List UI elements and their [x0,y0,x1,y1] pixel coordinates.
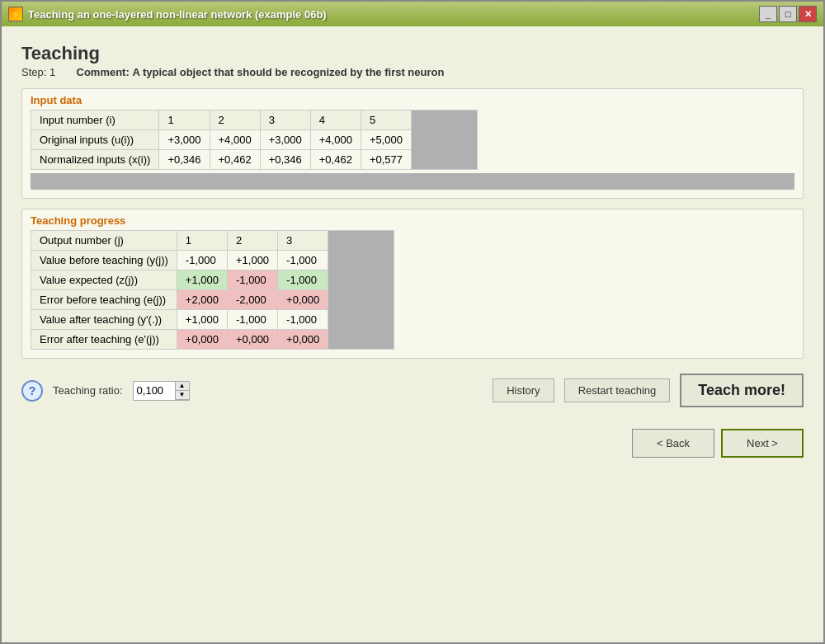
table-cell: 3 [260,110,310,130]
table-cell: 2 [210,110,260,130]
spinner-group: ▲ ▼ [175,382,189,400]
teaching-progress-section: Teaching progress Output number (j) 1 2 … [21,209,804,359]
main-window: ⚡ Teaching an one-layered non-linear net… [0,0,825,644]
page-title: Teaching [21,43,804,64]
input-data-content: Input number (i) 1 2 3 4 5 Original inpu… [22,110,803,198]
app-icon: ⚡ [8,7,23,21]
table-cell: -1,000 [227,270,277,290]
title-buttons: _ □ ✕ [759,6,817,22]
table-cell: +0,462 [310,150,361,170]
teaching-progress-content: Output number (j) 1 2 3 Value before tea… [22,230,803,358]
help-button[interactable]: ? [21,380,43,402]
table-cell-gray [328,231,394,350]
close-button[interactable]: ✕ [799,6,817,22]
table-cell: Value after teaching (y'(.)) [31,310,177,330]
table-cell: +1,000 [177,270,227,290]
table-cell: +3,000 [159,130,210,150]
table-cell: +3,000 [260,130,310,150]
teaching-ratio-input-group: ▲ ▼ [133,381,190,401]
teaching-progress-title: Teaching progress [22,209,803,230]
teaching-progress-table: Output number (j) 1 2 3 Value before tea… [31,230,394,350]
table-cell: +0,346 [159,150,210,170]
table-cell: -1,000 [278,270,328,290]
main-content: Teaching Step: 1 Comment: A typical obje… [2,26,823,642]
table-cell: 2 [227,231,277,251]
table-cell: 1 [159,110,210,130]
maximize-button[interactable]: □ [779,6,797,22]
table-cell: 1 [177,231,227,251]
table-cell: -2,000 [227,290,277,310]
teaching-ratio-label: Teaching ratio: [53,384,123,397]
table-cell: 5 [361,110,411,130]
page-heading-group: Teaching Step: 1 Comment: A typical obje… [21,43,804,78]
comment-text: A typical object that should be recogniz… [132,66,444,78]
table-cell: Value before teaching (y(j)) [31,251,177,270]
table-cell: +4,000 [210,130,260,150]
bottom-controls: ? Teaching ratio: ▲ ▼ History Restart te… [21,369,804,412]
table-cell: +2,000 [177,290,227,310]
table-cell: +4,000 [310,130,361,150]
table-cell: Original inputs (u(i)) [31,130,159,150]
teaching-ratio-input[interactable] [134,383,175,398]
table-cell: Output number (j) [31,231,177,251]
table-cell: Normalized inputs (x(i)) [31,150,159,170]
step-comment: Step: 1 Comment: A typical object that s… [21,66,804,78]
table-cell: Error before teaching (e(j)) [31,290,177,310]
table-row: Output number (j) 1 2 3 [31,231,394,251]
table-cell: +0,577 [361,150,411,170]
nav-buttons: < Back Next > [21,422,804,461]
input-data-table: Input number (i) 1 2 3 4 5 Original inpu… [31,110,478,170]
table-cell: Input number (i) [31,110,159,130]
table-cell: +0,000 [278,330,328,350]
table-row: Normalized inputs (x(i)) +0,346 +0,462 +… [31,150,478,170]
input-data-title: Input data [22,89,803,110]
spinner-up-button[interactable]: ▲ [176,382,189,391]
table-cell: Error after teaching (e'(j)) [31,330,177,350]
table-cell: +0,462 [210,150,260,170]
teach-more-button[interactable]: Teach more! [680,374,804,407]
table-cell: 4 [310,110,361,130]
table-cell: +0,346 [260,150,310,170]
history-button[interactable]: History [493,378,554,402]
spinner-down-button[interactable]: ▼ [176,391,189,400]
table-cell: +0,000 [177,330,227,350]
table-cell: 3 [278,231,328,251]
table-cell: Value expected (z(j)) [31,270,177,290]
table-row: Original inputs (u(i)) +3,000 +4,000 +3,… [31,130,478,150]
table-cell: -1,000 [227,310,277,330]
restart-teaching-button[interactable]: Restart teaching [564,378,671,402]
table-cell: +5,000 [361,130,411,150]
table-row: Input number (i) 1 2 3 4 5 [31,110,478,130]
table-cell: +1,000 [227,251,277,270]
minimize-button[interactable]: _ [759,6,777,22]
step-label: Step: 1 [21,66,55,78]
comment-label: Comment: [77,66,130,78]
back-button[interactable]: < Back [632,429,714,458]
title-bar: ⚡ Teaching an one-layered non-linear net… [2,2,823,26]
input-data-section: Input data Input number (i) 1 2 3 4 5 Or… [21,88,804,199]
next-button[interactable]: Next > [721,429,804,458]
table-cell: +0,000 [278,290,328,310]
table-cell: +1,000 [177,310,227,330]
table-cell-gray [412,110,478,170]
table-cell: -1,000 [278,310,328,330]
window-title: Teaching an one-layered non-linear netwo… [28,8,327,21]
table-cell: -1,000 [278,251,328,270]
gray-area [31,173,794,190]
title-bar-left: ⚡ Teaching an one-layered non-linear net… [8,7,327,21]
table-cell: -1,000 [177,251,227,270]
table-cell: +0,000 [227,330,277,350]
